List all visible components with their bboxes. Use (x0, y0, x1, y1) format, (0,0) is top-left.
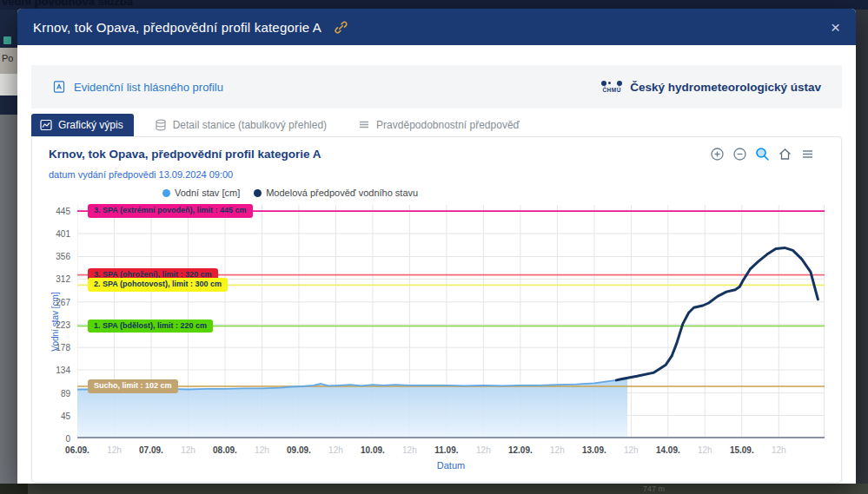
chart-icon (40, 119, 52, 131)
y-axis-tick-label: 45 (36, 412, 70, 421)
tab-bar: Grafický výpis Detail stanice (tabulkový… (31, 114, 842, 136)
y-axis-tick-label: 267 (36, 298, 70, 307)
limit-label: 1. SPA (bdělost), limit : 220 cm (88, 319, 213, 333)
institute-name: Český hydrometeorologický ústav (630, 81, 821, 94)
database-icon (155, 119, 167, 131)
evidence-sheet-label: Evidenční list hlásného profilu (74, 81, 223, 94)
tab-label: Pravděpodobnostní předpověď (376, 119, 520, 131)
screen: vědní povodňová služba Po 747 m Krnov, t… (0, 0, 868, 494)
background-left-strip: Po (0, 48, 17, 74)
info-bar: Evidenční list hlásného profilu ČHMÚ Čes… (31, 65, 842, 109)
modal-body: Evidenční list hlásného profilu ČHMÚ Čes… (17, 45, 856, 483)
y-axis-tick-label: 356 (36, 252, 70, 261)
chmu-logo-abbr: ČHMÚ (602, 88, 621, 94)
background-table-row: 747 m (0, 484, 868, 494)
background-page-title: vědní povodňová služba (2, 0, 133, 8)
y-axis-tick-label: 0 (36, 434, 70, 444)
tab-label: Grafický výpis (58, 119, 123, 131)
permalink-icon[interactable] (334, 20, 348, 35)
evidence-sheet-link[interactable]: Evidenční list hlásného profilu (52, 80, 223, 94)
tab-label: Detail stanice (tabulkový přehled) (173, 119, 327, 131)
background-left-nav (0, 10, 17, 48)
background-left-nav-2 (0, 96, 17, 115)
tab-station-detail[interactable]: Detail stanice (tabulkový přehled) (146, 114, 337, 136)
modal-title: Krnov, tok Opava, předpovědní profil kat… (33, 20, 321, 35)
app-logo-icon (3, 36, 11, 44)
chart-area: Vodní stav [cm] Datum 045891341782232673… (32, 137, 841, 482)
pdf-icon (52, 80, 66, 94)
y-axis-tick-label: 312 (36, 274, 70, 284)
x-axis-title: Datum (77, 460, 825, 471)
limit-label: 3. SPA (extrémní povodeň), limit : 445 c… (88, 204, 253, 218)
y-axis-tick-label: 89 (36, 389, 70, 398)
limit-label: 2. SPA (pohotovost), limit : 300 cm (88, 278, 228, 292)
close-icon[interactable]: × (831, 19, 840, 36)
y-axis-tick-label: 134 (36, 366, 70, 375)
x-axis-tick-label: 12h (757, 445, 800, 455)
list-lines-icon (358, 119, 370, 131)
chart-card: Krnov, tok Opava, předpovědní profil kat… (31, 136, 842, 483)
y-axis-tick-label: 223 (36, 320, 70, 330)
background-table-cell (0, 484, 28, 494)
tab-probability-forecast[interactable]: Pravděpodobnostní předpověď (349, 114, 530, 136)
limit-label: Sucho, limit : 102 cm (88, 379, 178, 393)
modal-header: Krnov, tok Opava, předpovědní profil kat… (17, 9, 856, 45)
station-detail-modal: Krnov, tok Opava, předpovědní profil kat… (17, 9, 856, 484)
institute-brand: ČHMÚ Český hydrometeorologický ústav (601, 81, 821, 94)
chmu-logo-icon: ČHMÚ (601, 81, 622, 94)
y-axis-tick-label: 178 (36, 343, 70, 352)
tab-graphic-output[interactable]: Grafický výpis (31, 114, 134, 136)
y-axis-tick-label: 445 (36, 207, 70, 216)
background-left-panel (0, 74, 17, 96)
background-left-dim (0, 115, 17, 484)
background-table-value: 747 m (643, 484, 665, 493)
y-axis-tick-label: 401 (36, 229, 70, 239)
